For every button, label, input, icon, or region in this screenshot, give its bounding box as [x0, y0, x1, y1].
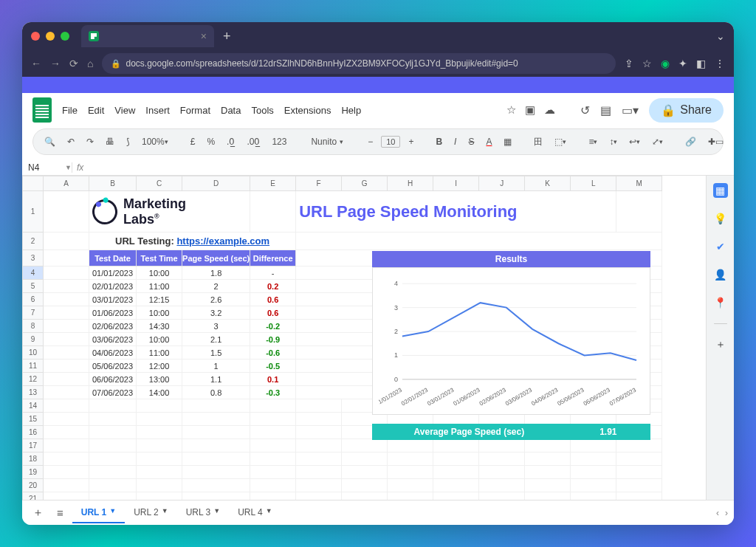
reload-icon[interactable]: ⟳ — [69, 58, 78, 69]
address-bar[interactable]: 🔒 docs.google.com/spreadsheets/d/12drSZl… — [102, 53, 616, 74]
percent-button[interactable]: % — [203, 134, 219, 149]
scroll-right-icon[interactable]: › — [725, 508, 728, 518]
calendar-sidepanel-icon[interactable]: ▦ — [713, 183, 728, 198]
tasks-sidepanel-icon[interactable]: ✔ — [713, 239, 728, 254]
col-header[interactable]: B — [89, 176, 137, 191]
col-header[interactable]: F — [296, 176, 342, 191]
wrap-icon[interactable]: ↩ — [625, 134, 644, 149]
home-icon[interactable]: ⌂ — [87, 58, 93, 69]
undo-icon[interactable]: ↶ — [63, 134, 78, 149]
star-icon[interactable]: ☆ — [506, 103, 516, 117]
col-header[interactable]: K — [525, 176, 571, 191]
merge-icon[interactable]: ⬚ — [551, 134, 570, 149]
empty-row[interactable]: 20 — [23, 479, 662, 492]
text-color-icon[interactable]: A — [482, 134, 495, 149]
chart-icon[interactable]: ▥ — [732, 134, 734, 149]
menu-file[interactable]: File — [62, 105, 78, 116]
col-header[interactable]: G — [342, 176, 388, 191]
name-box[interactable]: N4 — [28, 162, 65, 173]
maximize-window[interactable] — [61, 32, 69, 41]
chevron-down-icon[interactable]: ⌄ — [716, 30, 725, 42]
menu-help[interactable]: Help — [341, 105, 361, 116]
decrease-font-icon[interactable]: − — [364, 134, 377, 149]
share-page-icon[interactable]: ⇪ — [625, 58, 633, 69]
print-icon[interactable]: 🖶 — [102, 134, 118, 149]
more-formats-button[interactable]: 123 — [268, 134, 290, 149]
sheets-logo-icon[interactable] — [32, 97, 52, 123]
menu-tools[interactable]: Tools — [251, 105, 273, 116]
new-tab-button[interactable]: + — [217, 29, 237, 44]
col-header[interactable]: C — [137, 176, 182, 191]
col-header[interactable]: J — [479, 176, 525, 191]
col-header[interactable]: I — [433, 176, 479, 191]
italic-button[interactable]: I — [450, 134, 460, 149]
col-header[interactable]: L — [571, 176, 616, 191]
meet-icon[interactable]: ▭▾ — [622, 103, 639, 117]
select-all-corner[interactable] — [23, 176, 44, 191]
add-sidepanel-icon[interactable]: ＋ — [713, 337, 728, 352]
sheet-tab[interactable]: URL 4▼ — [229, 503, 281, 523]
history-icon[interactable]: ↺ — [580, 103, 590, 117]
col-header[interactable]: M — [616, 176, 662, 191]
add-sheet-button[interactable]: ＋ — [28, 503, 48, 523]
close-window[interactable] — [31, 32, 40, 41]
col-header[interactable]: H — [388, 176, 433, 191]
increase-font-icon[interactable]: + — [405, 134, 417, 149]
menu-extensions[interactable]: Extensions — [284, 105, 331, 116]
sheet-tab[interactable]: URL 3▼ — [177, 503, 230, 523]
redo-icon[interactable]: ↷ — [83, 134, 97, 149]
keep-sidepanel-icon[interactable]: 💡 — [713, 211, 728, 226]
panel-icon[interactable]: ◧ — [696, 58, 706, 69]
move-folder-icon[interactable]: ▣ — [525, 103, 535, 117]
borders-icon[interactable]: 田 — [530, 134, 546, 151]
scroll-left-icon[interactable]: ‹ — [716, 508, 719, 518]
comments-icon[interactable]: ▤ — [600, 103, 611, 117]
back-icon[interactable]: ← — [31, 58, 41, 69]
decrease-decimal-icon[interactable]: .0̲ — [223, 134, 238, 149]
col-header[interactable]: D — [182, 176, 250, 191]
forward-icon[interactable]: → — [50, 58, 61, 69]
strike-button[interactable]: S — [464, 134, 478, 149]
empty-row[interactable]: 19 — [23, 466, 662, 479]
all-sheets-button[interactable]: ≡ — [52, 503, 68, 522]
contacts-sidepanel-icon[interactable]: 👤 — [713, 267, 728, 282]
share-button[interactable]: 🔒 Share — [649, 98, 724, 123]
valign-icon[interactable]: ↕ — [605, 134, 621, 149]
font-size-input[interactable]: 10 — [381, 136, 400, 148]
font-select[interactable]: Nunito — [305, 135, 349, 148]
menu-dots-icon[interactable]: ⋮ — [715, 58, 725, 69]
tested-url-link[interactable]: https://example.com — [176, 235, 269, 247]
menu-data[interactable]: Data — [221, 105, 241, 116]
close-tab-icon[interactable]: × — [201, 30, 207, 42]
empty-row[interactable]: 18 — [23, 453, 662, 466]
extensions-puzzle-icon[interactable]: ✦ — [678, 58, 687, 69]
comment-icon[interactable]: ✚▭ — [704, 134, 727, 149]
browser-tab[interactable]: × — [81, 25, 214, 47]
menu-insert[interactable]: Insert — [145, 105, 170, 116]
fill-color-icon[interactable]: ▦ — [500, 134, 515, 149]
rotate-icon[interactable]: ⤢ — [648, 134, 667, 149]
currency-button[interactable]: £ — [187, 134, 199, 149]
minimize-window[interactable] — [46, 32, 55, 41]
maps-sidepanel-icon[interactable]: 📍 — [713, 295, 728, 310]
link-icon[interactable]: 🔗 — [681, 134, 700, 149]
empty-row[interactable]: 17 — [23, 439, 662, 453]
empty-row[interactable]: 21 — [23, 492, 662, 500]
menu-view[interactable]: View — [114, 105, 135, 116]
cloud-status-icon[interactable]: ☁ — [544, 103, 555, 117]
search-icon[interactable]: 🔍 — [41, 134, 59, 149]
bookmark-icon[interactable]: ☆ — [642, 58, 652, 69]
menu-edit[interactable]: Edit — [88, 105, 104, 116]
grid-wrap[interactable]: ABCDEFGHIJKLM 1 Marketing Labs® URL Page… — [22, 176, 706, 500]
sheet-tab[interactable]: URL 1▼ — [72, 503, 125, 523]
increase-decimal-icon[interactable]: .00̲ — [243, 134, 264, 149]
col-header[interactable]: E — [250, 176, 296, 191]
extension-icon[interactable]: ◉ — [661, 58, 670, 69]
bold-button[interactable]: B — [432, 134, 446, 149]
paint-format-icon[interactable]: ⟆ — [123, 134, 134, 149]
halign-icon[interactable]: ≡ — [585, 134, 601, 149]
results-chart[interactable]: 0123401/01/202302/01/202303/01/202301/06… — [372, 267, 650, 415]
menu-format[interactable]: Format — [180, 105, 210, 116]
zoom-select[interactable]: 100% — [138, 134, 172, 149]
sheet-tab[interactable]: URL 2▼ — [125, 503, 177, 523]
